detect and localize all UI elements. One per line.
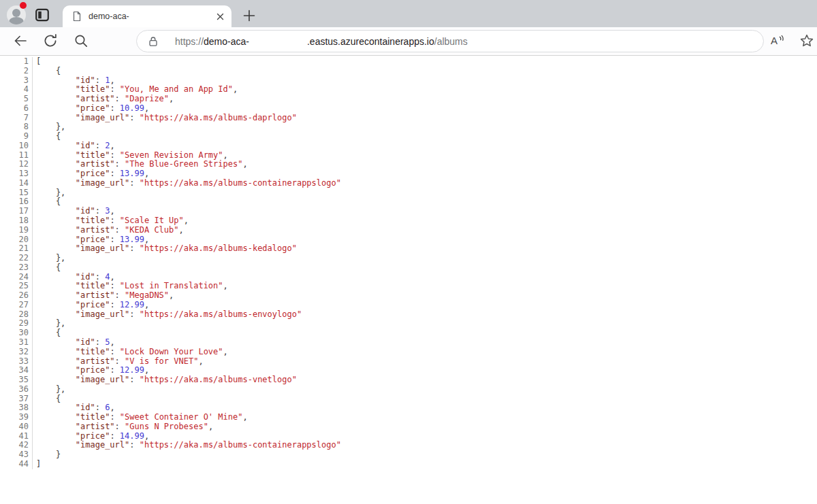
code-line: 31 "id": 5, (0, 338, 817, 348)
code-text: "title": "Seven Revision Army", (33, 151, 228, 161)
line-number: 24 (0, 273, 33, 282)
code-line: 41 "price": 14.99, (0, 432, 817, 441)
code-text: "image_url": "https://aka.ms/albums-keda… (33, 244, 297, 254)
json-viewer: 1[2 {3 "id": 1,4 "title": "You, Me and a… (0, 56, 817, 504)
avatar-body (9, 17, 24, 24)
code-text: "title": "You, Me and an App Id", (33, 85, 238, 95)
code-line: 1[ (0, 57, 817, 67)
code-line: 30 { (0, 329, 817, 338)
code-line: 23 { (0, 263, 817, 273)
line-number: 18 (0, 216, 33, 226)
page-favicon-icon (71, 11, 82, 22)
code-line: 6 "price": 10.99, (0, 104, 817, 114)
code-line: 9 { (0, 132, 817, 141)
code-text: { (33, 132, 61, 141)
code-line: 42 "image_url": "https://aka.ms/albums-c… (0, 441, 817, 450)
code-line: 8 }, (0, 122, 817, 132)
back-icon (12, 33, 29, 49)
browser-toolbar: https://demo-aca-.eastus.azurecontainera… (0, 27, 817, 56)
code-text: "image_url": "https://aka.ms/albums-envo… (33, 310, 302, 320)
line-number: 33 (0, 357, 33, 367)
code-text: }, (33, 385, 65, 394)
line-number: 12 (0, 160, 33, 169)
search-button[interactable] (73, 33, 89, 49)
code-text: "id": 2, (33, 141, 115, 151)
line-number: 39 (0, 413, 33, 422)
code-line: 32 "title": "Lock Down Your Love", (0, 348, 817, 357)
refresh-icon (42, 33, 59, 49)
code-text: { (33, 197, 61, 207)
search-icon (73, 33, 89, 49)
code-line: 14 "image_url": "https://aka.ms/albums-c… (0, 179, 817, 188)
line-number: 1 (0, 57, 33, 67)
code-text: "price": 12.99, (33, 366, 149, 375)
code-line: 36 }, (0, 385, 817, 394)
line-number: 20 (0, 235, 33, 245)
line-number: 27 (0, 301, 33, 310)
line-number: 36 (0, 385, 33, 394)
line-number: 7 (0, 114, 33, 123)
line-number: 11 (0, 151, 33, 161)
code-line: 34 "price": 12.99, (0, 366, 817, 375)
lock-icon[interactable] (147, 35, 159, 48)
line-number: 4 (0, 85, 33, 95)
code-line: 43 } (0, 450, 817, 460)
code-line: 18 "title": "Scale It Up", (0, 216, 817, 226)
tab-layout-icon (35, 8, 49, 22)
new-tab-button[interactable] (240, 7, 258, 24)
browser-tab[interactable]: demo-aca- (63, 5, 231, 27)
code-text: { (33, 329, 61, 338)
tab-actions-button[interactable] (35, 8, 49, 22)
code-text: "id": 3, (33, 207, 115, 216)
code-text: "title": "Lock Down Your Love", (33, 348, 228, 357)
read-aloud-button[interactable]: A (769, 33, 785, 49)
json-code: 1[2 {3 "id": 1,4 "title": "You, Me and a… (0, 57, 817, 469)
line-number: 2 (0, 67, 33, 76)
code-line: 40 "artist": "Guns N Probeses", (0, 422, 817, 432)
line-number: 26 (0, 291, 33, 301)
code-text: "title": "Sweet Container O' Mine", (33, 413, 248, 422)
favorites-button[interactable] (799, 33, 815, 49)
code-text: "artist": "Guns N Probeses", (33, 422, 213, 432)
line-number: 31 (0, 338, 33, 348)
refresh-button[interactable] (42, 33, 59, 49)
code-text: "title": "Lost in Translation", (33, 282, 228, 291)
code-text: "id": 4, (33, 273, 115, 282)
code-line: 44] (0, 460, 817, 469)
code-text: "price": 12.99, (33, 301, 149, 310)
line-number: 37 (0, 394, 33, 404)
line-number: 3 (0, 76, 33, 86)
code-text: "artist": "V is for VNET", (33, 357, 204, 367)
line-number: 15 (0, 188, 33, 198)
code-line: 35 "image_url": "https://aka.ms/albums-v… (0, 375, 817, 385)
line-number: 32 (0, 348, 33, 357)
address-bar[interactable]: https://demo-aca-.eastus.azurecontainera… (136, 30, 764, 52)
code-text: "price": 13.99, (33, 169, 149, 179)
code-text: "id": 5, (33, 338, 115, 348)
code-line: 26 "artist": "MegaDNS", (0, 291, 817, 301)
code-line: 25 "title": "Lost in Translation", (0, 282, 817, 291)
code-line: 13 "price": 13.99, (0, 169, 817, 179)
line-number: 35 (0, 375, 33, 385)
code-text: }, (33, 188, 65, 198)
code-line: 27 "price": 12.99, (0, 301, 817, 310)
code-text: { (33, 394, 61, 404)
line-number: 42 (0, 441, 33, 450)
code-text: "image_url": "https://aka.ms/albums-dapr… (33, 114, 297, 123)
code-text: } (33, 450, 61, 460)
code-line: 37 { (0, 394, 817, 404)
line-number: 25 (0, 282, 33, 291)
line-number: 29 (0, 319, 33, 329)
code-line: 4 "title": "You, Me and an App Id", (0, 85, 817, 95)
tab-title: demo-aca- (89, 12, 129, 21)
back-button[interactable] (12, 33, 29, 49)
tab-close-icon[interactable] (214, 11, 226, 22)
line-number: 22 (0, 254, 33, 263)
code-text: "price": 13.99, (33, 235, 149, 245)
code-text: "artist": "KEDA Club", (33, 226, 184, 235)
line-number: 44 (0, 460, 33, 469)
read-aloud-icon: A (769, 33, 785, 49)
code-line: 5 "artist": "Daprize", (0, 95, 817, 104)
url-scheme: https:// (175, 36, 204, 47)
code-line: 29 }, (0, 319, 817, 329)
